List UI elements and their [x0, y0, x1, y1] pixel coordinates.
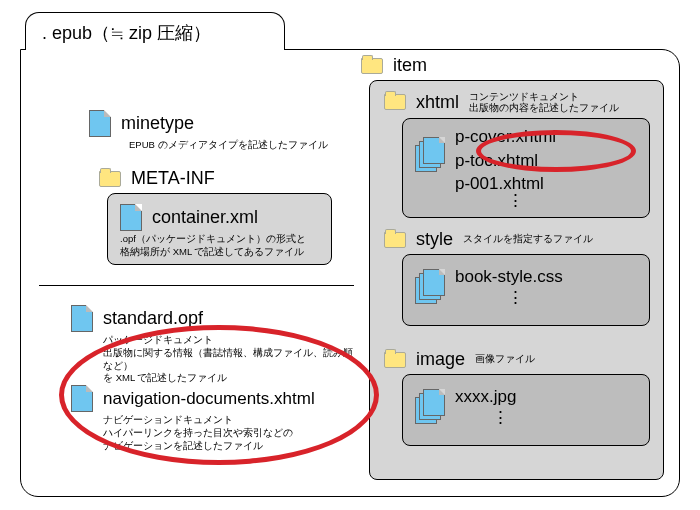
- file-icon: [71, 305, 93, 332]
- standard-desc2: 出版物に関する情報（書誌情報、構成ファイル、読み順など） を XML で記述した…: [103, 347, 361, 385]
- divider: [39, 285, 354, 286]
- container-desc: .opf（パッケージドキュメント）の形式と 格納場所が XML で記述してあるフ…: [120, 233, 319, 259]
- standard-block: standard.opf パッケージドキュメント 出版物に関する情報（書誌情報、…: [71, 305, 361, 385]
- image-folder: image: [416, 349, 465, 370]
- meta-inf-block: META-INF container.xml .opf（パッケージドキュメント）…: [89, 168, 339, 261]
- nav-file: navigation-documents.xhtml: [103, 389, 315, 409]
- file-icon: [120, 204, 142, 231]
- file-icon: [89, 110, 111, 137]
- folder-icon: [384, 94, 406, 110]
- meta-inf-folder-label: META-INF: [131, 168, 215, 189]
- file-stack-icon: [415, 137, 443, 167]
- outer-container: minetype EPUB のメディアタイプを記述したファイル META-INF…: [20, 49, 680, 497]
- nav-desc2: ハイパーリンクを持った目次や索引などの ナビゲーションを記述したファイル: [103, 427, 361, 453]
- item-box: xhtml コンテンツドキュメント 出版物の内容を記述したファイル p-cove…: [369, 80, 664, 480]
- xhtml-block: xhtml コンテンツドキュメント 出版物の内容を記述したファイル p-cove…: [384, 91, 654, 214]
- xhtml-dots: ⋮: [455, 196, 575, 206]
- image-file: xxxx.jpg: [455, 387, 545, 407]
- xhtml-folder: xhtml: [416, 92, 459, 113]
- xhtml-desc: コンテンツドキュメント 出版物の内容を記述したファイル: [469, 91, 619, 114]
- file-icon: [71, 385, 93, 412]
- file-stack-icon: [415, 269, 443, 299]
- minetype-block: minetype EPUB のメディアタイプを記述したファイル: [89, 110, 328, 152]
- standard-file: standard.opf: [103, 308, 203, 329]
- minetype-label: minetype: [121, 113, 194, 134]
- folder-icon: [384, 352, 406, 368]
- style-folder: style: [416, 229, 453, 250]
- nav-desc1: ナビゲーションドキュメント: [103, 414, 361, 427]
- style-block: style スタイルを指定するファイル book-style.css ⋮: [384, 229, 654, 322]
- folder-icon: [361, 58, 383, 74]
- folder-icon: [384, 232, 406, 248]
- item-header: item: [361, 55, 427, 76]
- style-file: book-style.css: [455, 267, 575, 287]
- item-folder-label: item: [393, 55, 427, 76]
- image-block: image 画像ファイル xxxx.jpg ⋮: [384, 349, 654, 442]
- container-file: container.xml: [152, 207, 258, 228]
- folder-icon: [99, 171, 121, 187]
- file-stack-icon: [415, 389, 443, 419]
- style-dots: ⋮: [455, 287, 575, 308]
- image-desc: 画像ファイル: [475, 353, 535, 366]
- style-desc: スタイルを指定するファイル: [463, 233, 593, 246]
- standard-desc1: パッケージドキュメント: [103, 334, 361, 347]
- root-tab-label: . epub（≒ zip 圧縮）: [42, 23, 211, 43]
- xhtml-file-1: p-toc.xhtml: [455, 149, 575, 173]
- minetype-desc: EPUB のメディアタイプを記述したファイル: [129, 139, 328, 152]
- nav-block: navigation-documents.xhtml ナビゲーションドキュメント…: [71, 385, 361, 452]
- root-tab: . epub（≒ zip 圧縮）: [25, 12, 285, 50]
- image-dots: ⋮: [455, 407, 545, 428]
- xhtml-file-0: p-cover.xhtml: [455, 125, 575, 149]
